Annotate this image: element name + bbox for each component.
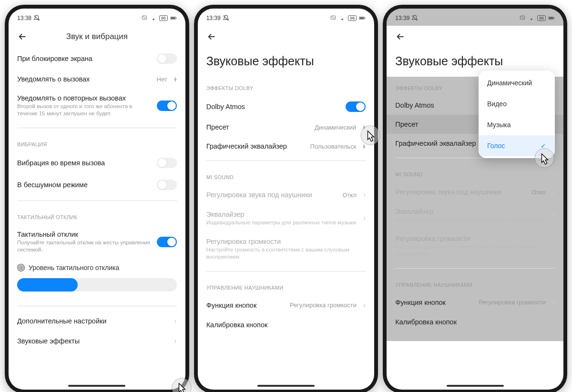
toggle-repeat[interactable] (157, 101, 177, 111)
option-label: Голос (487, 142, 505, 150)
row-label: Функция кнопок (395, 299, 474, 306)
haptic-icon (17, 264, 25, 271)
pointer-cursor-icon (171, 377, 192, 392)
row-call-notify[interactable]: Уведомлять о вызовах Нет ▴▾ (9, 70, 185, 89)
titlebar: Звук и вибрация (9, 26, 185, 48)
row-vib-silent[interactable]: В бесшумном режиме (9, 174, 185, 196)
phone-3: 13:39 96 Звуковые эффекты ЭФФЕКТЫ DOLBY … (383, 5, 567, 392)
row-value: Регулировка громкости (290, 302, 357, 309)
nav-handle[interactable] (68, 385, 125, 387)
option-label: Музыка (487, 121, 511, 129)
toggle-vib-call[interactable] (157, 158, 177, 168)
status-time: 13:39 (395, 15, 409, 21)
row-label: Графический эквалайзер (206, 142, 306, 150)
back-button[interactable] (206, 31, 217, 42)
screen-1: 13:38 96 Звук и вибрация При блокировке … (9, 9, 185, 390)
row-headphone-adj[interactable]: Регулировка звука под наушники Откл › (198, 185, 375, 205)
nav-handle[interactable] (257, 385, 315, 387)
row-label: Регулировка звука под наушники (395, 188, 527, 196)
svg-point-5 (19, 265, 23, 270)
svg-rect-10 (360, 17, 364, 19)
wifi-icon (528, 15, 535, 21)
toggle-haptic[interactable] (157, 237, 177, 247)
chevron-right-icon: › (363, 214, 366, 222)
page-title: Звуковые эффекты (198, 48, 375, 77)
svg-point-4 (20, 267, 22, 269)
row-label: Регулировка громкости (395, 235, 555, 242)
row-label: Звуковые эффекты (17, 337, 169, 345)
row-label: Уведомлять о повторных вызовах (17, 94, 152, 102)
row-headphone-adj[interactable]: Регулировка звука под наушники Откл › (387, 182, 563, 202)
no-sim-icon (330, 15, 337, 21)
row-haptic-level: Уровень тактильного отклика (9, 259, 185, 301)
notification-muted-icon (33, 15, 40, 21)
row-vib-call[interactable]: Вибрация во время вызова (9, 152, 185, 174)
row-sub: Индивидуальные параметры для различных т… (206, 219, 358, 226)
battery-icon (548, 15, 555, 21)
row-volume-adj[interactable]: Регулировка громкости Настройте громкост… (387, 229, 563, 263)
row-equalizer[interactable]: Эквалайзер Индивидуальные параметры для … (198, 205, 375, 232)
toggle-atmos[interactable] (346, 101, 366, 112)
row-calibration[interactable]: Калибровка кнопок (387, 312, 563, 332)
status-time: 13:38 (17, 15, 31, 21)
row-label: Дополнительные настройки (17, 317, 169, 325)
section-vibration: ВИБРАЦИЯ (9, 133, 185, 152)
row-sub: Получайте тактильный отклик на жесты упр… (17, 239, 152, 253)
svg-rect-15 (549, 17, 553, 19)
svg-rect-3 (176, 18, 176, 19)
row-label: Уведомлять о вызовах (17, 75, 152, 83)
notification-muted-icon (411, 15, 418, 21)
screen-2: 13:39 96 Звуковые эффекты ЭФФЕКТЫ DOLBY … (198, 9, 375, 390)
svg-rect-16 (554, 18, 554, 19)
row-label: Пресет (206, 123, 310, 131)
wifi-icon (339, 15, 346, 21)
popup-option-video[interactable]: Видео (479, 93, 555, 114)
haptic-level-label: Уровень тактильного отклика (29, 264, 119, 271)
row-lock-screen[interactable]: При блокировке экрана (9, 48, 185, 70)
back-button[interactable] (395, 31, 406, 42)
toggle-vib-silent[interactable] (157, 180, 177, 190)
chevron-right-icon: › (552, 188, 555, 196)
phone-1: 13:38 96 Звук и вибрация При блокировке … (5, 5, 189, 392)
row-additional[interactable]: Дополнительные настройки › (9, 311, 185, 331)
svg-rect-11 (365, 18, 366, 19)
popup-option-music[interactable]: Музыка (479, 114, 555, 135)
battery-icon (170, 15, 177, 21)
popup-option-dynamic[interactable]: Динамический (479, 72, 555, 93)
section-headphones: УПРАВЛЕНИЕ НАУШНИКАМИ (198, 276, 375, 295)
pointer-cursor-icon (534, 148, 555, 169)
row-graphic-eq[interactable]: Графический эквалайзер Пользовательск ▴▾ (198, 137, 375, 156)
row-label: В бесшумном режиме (17, 181, 152, 189)
chevron-right-icon: › (552, 211, 555, 220)
row-button-function[interactable]: Функция кнопок Регулировка громкости › (387, 292, 563, 312)
row-preset[interactable]: Пресет Динамический ▴▾ (198, 118, 375, 137)
row-calibration[interactable]: Калибровка кнопок (198, 315, 375, 334)
row-sound-effects[interactable]: Звуковые эффекты › (9, 331, 185, 351)
screen-3: 13:39 96 Звуковые эффекты ЭФФЕКТЫ DOLBY … (387, 9, 563, 390)
row-dolby-atmos[interactable]: Dolby Atmos (198, 96, 375, 118)
nav-handle[interactable] (447, 385, 504, 387)
divider (17, 306, 177, 306)
row-label: Вибрация во время вызова (17, 159, 152, 167)
row-sub: Настройте громкость в соответствии с ваш… (395, 243, 555, 258)
notification-muted-icon (223, 15, 229, 21)
back-button[interactable] (17, 31, 28, 42)
battery-badge: 96 (537, 15, 546, 21)
toggle-lock[interactable] (157, 53, 177, 64)
row-haptic[interactable]: Тактильный отклик Получайте тактильный о… (9, 225, 185, 259)
row-value: Регулировка громкости (479, 299, 545, 306)
row-volume-adj[interactable]: Регулировка громкости Настройте громкост… (198, 232, 375, 266)
section-misound: MI SOUND (198, 166, 375, 185)
row-label: Функция кнопок (206, 302, 285, 309)
row-label: Регулировка громкости (206, 238, 366, 245)
row-equalizer[interactable]: Эквалайзер Индивидуальные параметры для … (387, 202, 563, 229)
battery-badge: 96 (348, 15, 357, 21)
row-button-function[interactable]: Функция кнопок Регулировка громкости › (198, 295, 375, 315)
haptic-slider[interactable] (17, 278, 177, 291)
chevron-right-icon: › (552, 298, 555, 307)
row-repeat-calls[interactable]: Уведомлять о повторных вызовах Второй вы… (9, 89, 185, 123)
statusbar: 13:38 96 (9, 9, 185, 26)
wifi-icon (150, 15, 157, 21)
preset-dropdown: Динамический Видео Музыка Голос ✓ (479, 70, 555, 158)
status-time: 13:39 (206, 15, 221, 21)
